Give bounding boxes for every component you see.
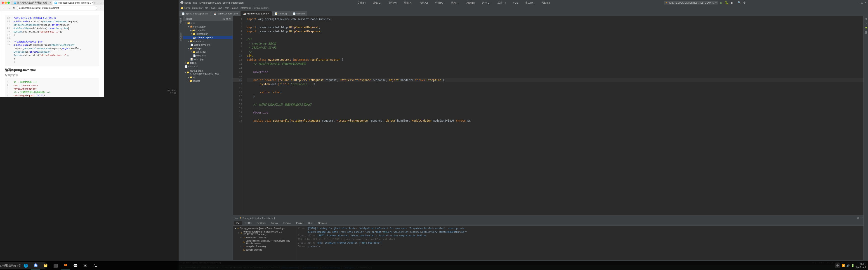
close-run-icon[interactable]: ✕	[860, 216, 863, 220]
tree-item-webapp[interactable]: ▼ 📁 webapp	[183, 46, 232, 50]
tab-myinterceptor[interactable]: ☕ MyInterceptor1.java ✕	[241, 11, 272, 16]
minimize-btn[interactable]	[4, 2, 7, 4]
breadcrumb-java[interactable]: java	[218, 7, 222, 9]
tree-item-java[interactable]: ▼ 📁 java	[183, 21, 232, 25]
tree-item-web-xml[interactable]: 📄 web.xml	[183, 54, 232, 57]
todo-tab[interactable]: TODO	[243, 221, 254, 225]
run-tree-item-4[interactable]: ▼ ⚠ compiler: 1 warning	[234, 245, 295, 248]
breadcrumb-class[interactable]: MyInterceptor1	[254, 7, 269, 9]
project-panel-toggle[interactable]: Project	[180, 18, 182, 24]
database-icon[interactable]: 🗄	[864, 31, 868, 34]
taskbar-icon-terminal[interactable]: ⬛	[51, 261, 60, 270]
ide-minimize[interactable]: ─	[858, 1, 860, 4]
breadcrumb-com[interactable]: com	[225, 7, 229, 9]
tab-interceptor-close[interactable]: ✕	[268, 12, 270, 15]
ide-restore[interactable]: □	[861, 1, 863, 4]
tree-item-interceptor[interactable]: ▼ 📁 interceptor	[183, 32, 232, 36]
tree-item-index-jsp[interactable]: 📝 index.jsp	[183, 57, 232, 61]
maximize-btn[interactable]	[7, 2, 10, 4]
tree-item-src[interactable]: ▶ 📁 src	[183, 75, 232, 79]
build-tab[interactable]: Build	[306, 221, 315, 225]
tree-item-resources[interactable]: ▼ 📁 resources	[183, 39, 232, 43]
taskbar-icon-chrome[interactable]	[31, 261, 40, 270]
run-tab[interactable]: Run	[234, 221, 242, 225]
breadcrumb-interceptor[interactable]: interceptor	[241, 7, 251, 9]
services-tab[interactable]: Services	[316, 221, 329, 225]
forward-btn[interactable]: →	[7, 6, 11, 10]
structure-panel-toggle[interactable]: Structure	[180, 33, 182, 41]
settings-btn[interactable]: ⋮	[98, 6, 102, 10]
run-tree-item-2[interactable]: ▼ ⚠ resources: 1 warning	[234, 236, 295, 239]
taskbar-icon-idea[interactable]: 🅘	[61, 261, 70, 270]
menu-view[interactable]: 视图(V)	[387, 1, 398, 5]
menu-analyze[interactable]: 分析(A)	[434, 1, 445, 5]
menu-navigate[interactable]: 导航(N)	[403, 1, 414, 5]
tree-item-target2[interactable]: ▶ 📁 Target	[183, 79, 232, 82]
win-minimize[interactable]: ─	[96, 1, 98, 4]
gradle-icon[interactable]: G	[864, 22, 868, 25]
search-everywhere-icon[interactable]: 🔍	[738, 1, 741, 4]
new-tab-btn[interactable]: +	[94, 1, 96, 4]
menu-help[interactable]: 帮助(H)	[540, 1, 551, 5]
browser-tab-2[interactable]: 🌐 localhost:8080/Spring_intercep... ✕	[52, 1, 93, 5]
menu-run[interactable]: 运行(U)	[480, 1, 492, 5]
taskbar-icon-email[interactable]: ✉	[81, 261, 90, 270]
tree-item-webinf[interactable]: ▼ 📁 WEB-INF	[183, 50, 232, 54]
taskbar-icon-store[interactable]: 🛍	[91, 261, 100, 270]
tab-web-xml[interactable]: 📄 web.xml	[290, 11, 307, 16]
tree-item-com-xml[interactable]: 📄 com.xml	[183, 65, 232, 68]
tab-close-1[interactable]: ✕	[50, 2, 52, 4]
taskbar-icon-chat[interactable]: 💬	[71, 261, 80, 270]
problems-tab[interactable]: Problems	[254, 221, 268, 225]
run-btn[interactable]: ▶	[720, 1, 723, 4]
tree-item-target[interactable]: ▶ 📁 target	[183, 61, 232, 65]
breadcrumb-main[interactable]: main	[211, 7, 216, 9]
breadcrumb-taotao[interactable]: taotao	[232, 7, 238, 9]
run-tree-item-5[interactable]: ⚠ compile warning	[234, 248, 295, 251]
refresh-btn[interactable]: ↻	[12, 6, 16, 10]
menu-build[interactable]: 构建(B)	[465, 1, 476, 5]
tab-index-jsp[interactable]: 📝 index.jsp	[272, 11, 290, 16]
tab-spring-xml[interactable]: 📄 Spring_interceptor.xml	[180, 11, 211, 16]
ide-close[interactable]: ✕	[864, 1, 866, 4]
profiler-tab[interactable]: Profiler	[294, 221, 306, 225]
collapse-all-icon[interactable]: ⊟	[223, 18, 225, 20]
menu-vcs[interactable]: VCS	[512, 1, 520, 4]
settings-icon[interactable]: ⚙	[743, 1, 746, 4]
spring-tab[interactable]: Spring	[269, 221, 280, 225]
spring-icon[interactable]: 🌱	[864, 26, 868, 30]
menu-code[interactable]: 代码(C)	[418, 1, 429, 5]
run-tree-item-3[interactable]: ⚠ Using platform encoding (UTF-8 actuall…	[234, 239, 295, 245]
tree-item-com-taotao[interactable]: ▼ 📦 com.taotao	[183, 25, 232, 28]
taskbar-icon-edge[interactable]: 🌐	[21, 261, 30, 270]
menu-edit[interactable]: 编辑(E)	[371, 1, 382, 5]
code-editor[interactable]: import org.springframework.web.servlet.M…	[244, 16, 864, 215]
tree-item-spring-mvc-xml[interactable]: 📄 spring-mvc.xml	[183, 43, 232, 46]
debug-btn[interactable]: 🐛	[725, 1, 729, 4]
terminal-tab[interactable]: Terminal	[280, 221, 293, 225]
menu-refactor[interactable]: 重构(R)	[450, 1, 460, 5]
settings-run-icon[interactable]: ⚙	[857, 216, 860, 220]
maven-icon[interactable]: M	[864, 17, 868, 21]
menu-tools[interactable]: 工具(T)	[496, 1, 507, 5]
tree-item-controller[interactable]: ▶ 📁 controller	[183, 28, 232, 32]
menu-window[interactable]: 窗口(W)	[524, 1, 536, 5]
run-tree-item-1[interactable]: ▼ ⚠ org.exampleSpring_interceptor:war:1.…	[234, 230, 295, 236]
tree-item-myinterceptor1[interactable]: ☕ MyInterceptor1	[183, 36, 232, 39]
browser-tab-1[interactable]: 🌐 黑马程序员最全SSM框架教程... ✕	[11, 1, 52, 5]
lang-indicator[interactable]: 中	[835, 264, 840, 268]
tab-target-ctrl[interactable]: ☕ TargetController.java	[211, 11, 241, 16]
tab-close-2[interactable]: ✕	[92, 2, 93, 4]
coverage-btn[interactable]: ▶	[731, 1, 734, 4]
back-btn[interactable]: ←	[2, 6, 6, 10]
close-btn[interactable]	[2, 2, 4, 4]
taskbar-icon-explorer[interactable]: 📁	[41, 261, 50, 270]
win-restore[interactable]: □	[100, 1, 101, 4]
settings-panel-icon[interactable]: ⚙	[226, 18, 228, 20]
close-panel-icon[interactable]: ✕	[229, 18, 231, 20]
tree-item-spring-jdbc[interactable]: ▶ 📁 spring_jdbc C:\idea\Spring\spring_jd…	[183, 69, 232, 75]
breadcrumb-src[interactable]: src	[205, 7, 208, 9]
run-config[interactable]: 🏃 JDBCTEMPLATEDRUDTEST.TESTCOUNT... ▾	[664, 1, 718, 4]
address-bar[interactable]: localhost:8080/Spring_interceptor/target	[17, 6, 97, 10]
menu-file[interactable]: 文件(F)	[356, 1, 367, 5]
